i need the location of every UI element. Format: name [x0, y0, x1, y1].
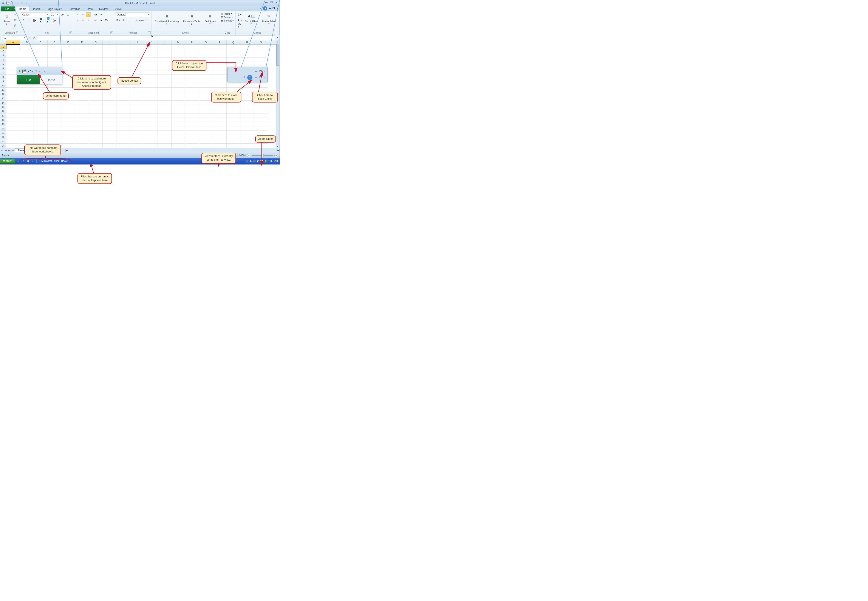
- cell-I24[interactable]: [116, 143, 130, 148]
- tray-shield-icon[interactable]: 🛡: [246, 160, 248, 163]
- vertical-scroll-thumb[interactable]: [276, 44, 279, 66]
- row-header-16[interactable]: 16: [0, 109, 6, 113]
- cell-K4[interactable]: [144, 58, 158, 62]
- cell-O10[interactable]: [199, 83, 213, 88]
- cell-K21[interactable]: [144, 131, 158, 135]
- cell-G20[interactable]: [89, 127, 103, 131]
- cell-L23[interactable]: [158, 139, 172, 143]
- cell-N17[interactable]: [185, 113, 199, 118]
- tray-battery-icon[interactable]: 🔋: [264, 160, 267, 163]
- merge-center-icon[interactable]: ⊡▾: [104, 18, 109, 23]
- restore-app-icon[interactable]: ❐: [269, 1, 274, 4]
- cell-I6[interactable]: [116, 66, 130, 70]
- clear-icon[interactable]: ⌫ ▾: [238, 23, 242, 28]
- cell-R3[interactable]: [241, 53, 254, 58]
- cell-B18[interactable]: [20, 118, 34, 122]
- cell-M14[interactable]: [172, 101, 185, 105]
- row-header-22[interactable]: 22: [0, 135, 6, 139]
- cell-O12[interactable]: [199, 92, 213, 96]
- cell-S3[interactable]: [254, 53, 268, 58]
- cell-G22[interactable]: [89, 135, 103, 139]
- cell-Q4[interactable]: [227, 58, 241, 62]
- cell-S17[interactable]: [254, 113, 268, 118]
- cell-H14[interactable]: [103, 101, 116, 105]
- cell-I18[interactable]: [116, 118, 130, 122]
- underline-icon[interactable]: U ▾: [32, 18, 37, 23]
- row-header-1[interactable]: 1: [0, 44, 6, 49]
- cell-B5[interactable]: [20, 62, 34, 66]
- cell-G7[interactable]: [89, 70, 103, 75]
- cell-D5[interactable]: [47, 62, 61, 66]
- cell-A18[interactable]: [6, 118, 20, 122]
- cell-S11[interactable]: [254, 88, 268, 92]
- cell-B1[interactable]: [20, 44, 34, 49]
- name-box[interactable]: A1▾: [1, 35, 27, 40]
- cell-M17[interactable]: [172, 113, 185, 118]
- cell-C11[interactable]: [34, 88, 47, 92]
- cell-M2[interactable]: [172, 49, 185, 53]
- cell-J7[interactable]: [130, 70, 144, 75]
- undo-dropdown-icon[interactable]: ▾: [15, 1, 19, 5]
- cell-E18[interactable]: [61, 118, 75, 122]
- cell-B19[interactable]: [20, 122, 34, 127]
- cell-I14[interactable]: [116, 101, 130, 105]
- cell-S18[interactable]: [254, 118, 268, 122]
- number-format-combo[interactable]: General▾: [116, 12, 150, 17]
- select-all-corner[interactable]: [0, 40, 6, 44]
- cell-M22[interactable]: [172, 135, 185, 139]
- cell-C22[interactable]: [34, 135, 47, 139]
- format-cells-button[interactable]: ▦ Format ▾: [221, 19, 234, 22]
- cell-P22[interactable]: [213, 135, 227, 139]
- align-right-icon[interactable]: ≡: [86, 18, 91, 23]
- zoom-out-button[interactable]: −: [247, 154, 250, 157]
- formulas-tab[interactable]: Formulas: [65, 6, 83, 11]
- cell-E1[interactable]: [61, 44, 75, 49]
- cell-M1[interactable]: [172, 44, 185, 49]
- row-header-9[interactable]: 9: [0, 79, 6, 83]
- redo-dropdown-icon[interactable]: ▾: [25, 1, 29, 5]
- cell-B14[interactable]: [20, 101, 34, 105]
- cell-N12[interactable]: [185, 92, 199, 96]
- cell-N24[interactable]: [185, 143, 199, 148]
- cell-M23[interactable]: [172, 139, 185, 143]
- cell-F6[interactable]: [75, 66, 89, 70]
- shrink-font-icon[interactable]: A▾: [66, 12, 71, 17]
- cut-icon[interactable]: ✂: [13, 12, 17, 17]
- cell-S21[interactable]: [254, 131, 268, 135]
- cell-H18[interactable]: [103, 118, 116, 122]
- show-desktop-icon[interactable]: ▭: [17, 159, 20, 163]
- cell-H20[interactable]: [103, 127, 116, 131]
- cell-J2[interactable]: [130, 49, 144, 53]
- cell-S2[interactable]: [254, 49, 268, 53]
- column-header-D[interactable]: D: [47, 40, 61, 44]
- cell-N18[interactable]: [185, 118, 199, 122]
- cell-G18[interactable]: [89, 118, 103, 122]
- cell-H17[interactable]: [103, 113, 116, 118]
- cell-A20[interactable]: [6, 127, 20, 131]
- next-sheet-icon[interactable]: ▶: [8, 149, 11, 152]
- cell-E14[interactable]: [61, 101, 75, 105]
- cell-S15[interactable]: [254, 105, 268, 109]
- cell-N22[interactable]: [185, 135, 199, 139]
- tray-volume-icon[interactable]: 🔊: [253, 160, 256, 163]
- cell-P21[interactable]: [213, 131, 227, 135]
- minimize-app-icon[interactable]: —: [264, 1, 268, 4]
- cell-P3[interactable]: [213, 53, 227, 58]
- cell-K20[interactable]: [144, 127, 158, 131]
- cell-F22[interactable]: [75, 135, 89, 139]
- cell-H6[interactable]: [103, 66, 116, 70]
- cell-F7[interactable]: [75, 70, 89, 75]
- cell-Q18[interactable]: [227, 118, 241, 122]
- cell-H1[interactable]: [103, 44, 116, 49]
- cell-P4[interactable]: [213, 58, 227, 62]
- data-tab[interactable]: Data: [84, 6, 96, 11]
- cell-L4[interactable]: [158, 58, 172, 62]
- cell-L14[interactable]: [158, 101, 172, 105]
- cell-R2[interactable]: [241, 49, 254, 53]
- cell-C5[interactable]: [34, 62, 47, 66]
- cell-A11[interactable]: [6, 88, 20, 92]
- row-header-3[interactable]: 3: [0, 53, 6, 58]
- cell-Q10[interactable]: [227, 83, 241, 88]
- cell-E20[interactable]: [61, 127, 75, 131]
- cell-F23[interactable]: [75, 139, 89, 143]
